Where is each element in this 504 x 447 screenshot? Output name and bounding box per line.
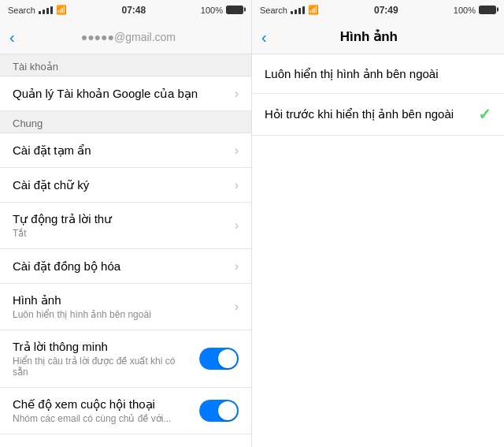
right-back-chevron-icon: ‹ [261, 29, 267, 45]
list-item-dong-bo-hoa[interactable]: Cài đặt đồng bộ hóa › [0, 249, 251, 284]
chevron-right-icon: › [235, 143, 239, 158]
left-back-chevron-icon: ‹ [9, 29, 15, 45]
left-nav-bar: ‹ ●●●●●@gmail.com [0, 20, 251, 54]
section-header-tai-khoan: Tài khoản [0, 54, 251, 76]
left-battery-icon [226, 6, 243, 15]
right-signal-icon [291, 6, 305, 14]
chevron-right-icon: › [235, 218, 239, 233]
left-search-label: Search [8, 6, 35, 15]
smart-reply-toggle[interactable] [199, 348, 239, 370]
left-status-bar: Search 📶 07:48 100% [0, 0, 251, 20]
left-time: 07:48 [122, 5, 146, 16]
left-signal-icon [39, 6, 53, 14]
list-item-hinh-anh[interactable]: Hình ảnh Luôn hiển thị hình ảnh bên ngoà… [0, 284, 251, 330]
list-item-tu-dong-tra-loi[interactable]: Tự động trả lời thư Tắt › [0, 203, 251, 249]
left-back-button[interactable]: ‹ [9, 29, 15, 45]
toggle-knob [218, 349, 237, 368]
right-panel: Search 📶 07:49 100% ‹ Hình ảnh [252, 0, 504, 447]
left-wifi-icon: 📶 [56, 5, 67, 15]
right-nav-title: Hình ảnh [267, 28, 471, 45]
selected-checkmark-icon: ✓ [478, 105, 491, 124]
conversation-mode-toggle[interactable] [199, 400, 239, 422]
toggle-knob-2 [218, 401, 237, 420]
right-battery-icon [479, 6, 496, 15]
right-status-bar: Search 📶 07:49 100% [252, 0, 504, 20]
right-list-item-ask-first[interactable]: Hỏi trước khi hiển thị ảnh bên ngoài ✓ [252, 94, 504, 136]
right-time: 07:49 [374, 5, 398, 16]
left-nav-email: ●●●●●@gmail.com [15, 31, 242, 43]
list-item-chu-ky[interactable]: Cài đặt chữ ký › [0, 168, 251, 203]
chevron-right-icon: › [235, 178, 239, 192]
chevron-right-icon: › [235, 300, 239, 314]
list-item-cai-dat-tam-an[interactable]: Cài đặt tạm ẩn › [0, 133, 251, 168]
section-header-chung: Chung [0, 111, 251, 133]
right-search-label: Search [260, 6, 287, 15]
chevron-right-icon: › [235, 87, 239, 101]
left-status-left: Search 📶 [8, 5, 67, 15]
right-status-right: 100% [454, 6, 496, 15]
list-item-quan-ly[interactable]: Quản lý Tài khoản Google của bạn › [0, 76, 251, 111]
list-item-tra-loi-thong-minh[interactable]: Trả lời thông minh Hiển thị câu trả lời … [0, 330, 251, 388]
left-panel: Search 📶 07:48 100% ‹ ●●●●●@gmail.com [0, 0, 252, 447]
right-list-item-always-show[interactable]: Luôn hiển thị hình ảnh bên ngoài [252, 54, 504, 94]
right-nav-bar: ‹ Hình ảnh [252, 20, 504, 54]
left-battery-label: 100% [201, 6, 223, 15]
right-status-left: Search 📶 [260, 5, 319, 15]
list-item-che-do-xem[interactable]: Chế độ xem cuộc hội thoại Nhóm các email… [0, 388, 251, 434]
right-wifi-icon: 📶 [308, 5, 319, 15]
right-back-button[interactable]: ‹ [261, 29, 267, 45]
chevron-right-icon: › [235, 259, 239, 274]
right-battery-label: 100% [454, 6, 476, 15]
left-status-right: 100% [201, 6, 243, 15]
